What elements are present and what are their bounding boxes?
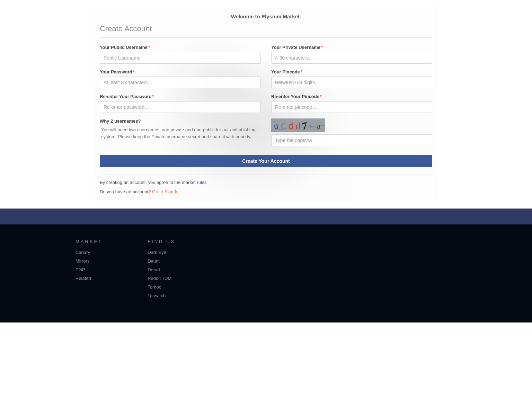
rules-link[interactable]: rules	[197, 180, 206, 185]
pincode-confirm-label: Re-enter Your Pincode*	[271, 94, 432, 99]
footer-col-findus: FIND US Dark Eye Daunt Dread Reddit TDM …	[148, 239, 175, 302]
svg-text:a: a	[317, 121, 321, 131]
password-input[interactable]	[100, 77, 261, 88]
signin-line: Do you have an account? Go to Sign-In	[100, 189, 432, 194]
footer: MARKET Canary Mirrors PGP Related FIND U…	[0, 224, 532, 322]
captcha-input[interactable]	[271, 134, 432, 146]
explain-title: Why 2 usernames?	[100, 118, 261, 124]
signin-prefix: Do you have an account?	[100, 189, 152, 194]
divider	[100, 37, 432, 38]
private-username-input[interactable]	[271, 52, 432, 64]
footer-link-mirrors[interactable]: Mirrors	[76, 258, 103, 264]
label-text: Your Private Username	[271, 45, 320, 50]
footer-link-canary[interactable]: Canary	[76, 250, 103, 255]
footer-link-pgp[interactable]: PGP	[76, 267, 103, 272]
footer-heading-findus: FIND US	[148, 239, 175, 244]
label-text: Your Pincode	[271, 69, 300, 74]
go-to-signin-link[interactable]: Go to Sign-In	[152, 189, 179, 194]
public-username-input[interactable]	[100, 52, 261, 64]
field-pincode: Your Pincode*	[271, 69, 432, 88]
terms-line: By creating an account, you agree to the…	[100, 180, 432, 185]
label-text: Re-enter Your Pincode	[271, 94, 319, 99]
field-pincode-confirm: Re-enter Your Pincode*	[271, 94, 432, 113]
svg-text:u: u	[273, 121, 278, 131]
field-password: Your Password*	[100, 69, 261, 88]
field-public-username: Your Public Username*	[100, 45, 261, 64]
page-title: Create Account	[100, 24, 432, 37]
captcha-svg: u C d d 7 r a	[271, 118, 325, 132]
required-marker: *	[301, 69, 302, 74]
welcome-heading: Welcome to Elysium Market.	[100, 11, 432, 24]
password-confirm-input[interactable]	[100, 101, 261, 113]
required-marker: *	[148, 45, 150, 50]
footer-band	[0, 209, 532, 224]
terms-prefix: By creating an account, you agree to the…	[100, 180, 197, 185]
why-two-usernames: Why 2 usernames? You will need two usern…	[100, 118, 261, 146]
label-text: Your Public Username	[100, 45, 148, 50]
required-marker: *	[133, 69, 135, 74]
signup-form: Your Public Username* Your Private Usern…	[100, 45, 432, 146]
divider	[100, 175, 432, 175]
pincode-input[interactable]	[271, 77, 432, 88]
svg-text:C: C	[281, 122, 287, 131]
field-private-username: Your Private Username*	[271, 45, 432, 64]
svg-text:d: d	[288, 120, 293, 131]
footer-link-torwatch[interactable]: Torwatch	[148, 293, 175, 298]
footer-link-daunt[interactable]: Daunt	[148, 258, 175, 264]
explain-text: You will need two usernames, one private…	[100, 126, 261, 140]
footer-link-dread[interactable]: Dread	[148, 267, 175, 272]
required-marker: *	[320, 94, 322, 99]
required-marker: *	[321, 45, 323, 50]
public-username-label: Your Public Username*	[100, 45, 261, 50]
pincode-confirm-input[interactable]	[271, 101, 432, 113]
private-username-label: Your Private Username*	[271, 45, 432, 50]
captcha-image: u C d d 7 r a	[271, 118, 325, 132]
footer-link-reddittdm[interactable]: Reddit TDM	[148, 276, 175, 281]
label-text: Your Password	[100, 69, 132, 74]
pincode-label: Your Pincode*	[271, 69, 432, 74]
footer-heading-market: MARKET	[76, 239, 103, 244]
footer-col-market: MARKET Canary Mirrors PGP Related	[76, 239, 103, 302]
password-label: Your Password*	[100, 69, 261, 74]
field-password-confirm: Re-enter Your Password*	[100, 94, 261, 113]
svg-text:d: d	[295, 121, 301, 131]
footer-link-related[interactable]: Related	[76, 276, 103, 281]
footer-link-torhoo[interactable]: Torhoo	[148, 284, 175, 290]
signup-card: Welcome to Elysium Market. Create Accoun…	[94, 7, 438, 202]
password-confirm-label: Re-enter Your Password*	[100, 94, 261, 99]
create-account-button[interactable]: Create Your Account	[100, 155, 432, 167]
label-text: Re-enter Your Password	[100, 94, 152, 99]
footer-link-darkeye[interactable]: Dark Eye	[148, 250, 175, 255]
required-marker: *	[152, 94, 154, 99]
captcha-block: u C d d 7 r a	[271, 118, 432, 146]
